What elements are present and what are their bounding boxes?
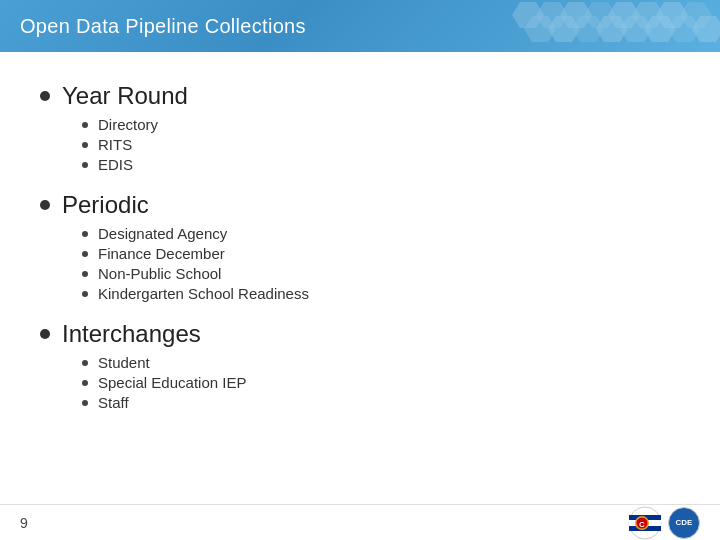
svg-text:C: C <box>639 520 645 529</box>
interchanges-label: Interchanges <box>62 320 201 348</box>
sub-label: Designated Agency <box>98 225 227 242</box>
sub-bullet <box>82 291 88 297</box>
sub-bullet <box>82 360 88 366</box>
sub-label: Student <box>98 354 150 371</box>
page-title: Open Data Pipeline Collections <box>20 15 306 38</box>
bullet-interchanges <box>40 329 50 339</box>
sub-bullet <box>82 162 88 168</box>
list-item: RITS <box>82 136 680 153</box>
sub-label: Staff <box>98 394 129 411</box>
year-round-label: Year Round <box>62 82 188 110</box>
page-number: 9 <box>20 515 28 531</box>
interchanges-section: Interchanges <box>40 320 680 348</box>
main-content: Year Round Directory RITS EDIS Periodic … <box>0 52 720 504</box>
list-item: EDIS <box>82 156 680 173</box>
sub-label: EDIS <box>98 156 133 173</box>
sub-bullet <box>82 122 88 128</box>
list-item: Special Education IEP <box>82 374 680 391</box>
logo-area: C CDE <box>628 506 700 540</box>
sub-label: Non-Public School <box>98 265 221 282</box>
sub-bullet <box>82 142 88 148</box>
list-item: Kindergarten School Readiness <box>82 285 680 302</box>
periodic-label: Periodic <box>62 191 149 219</box>
sub-bullet <box>82 231 88 237</box>
sub-label: Kindergarten School Readiness <box>98 285 309 302</box>
periodic-section: Periodic <box>40 191 680 219</box>
sub-label: Special Education IEP <box>98 374 246 391</box>
sub-bullet <box>82 271 88 277</box>
list-item: Student <box>82 354 680 371</box>
sub-bullet <box>82 380 88 386</box>
list-item: Finance December <box>82 245 680 262</box>
bullet-periodic <box>40 200 50 210</box>
footer: 9 C CDE <box>0 504 720 540</box>
list-item: Directory <box>82 116 680 133</box>
list-item: Designated Agency <box>82 225 680 242</box>
cde-logo: CDE <box>668 507 700 539</box>
list-item: Staff <box>82 394 680 411</box>
sub-label: Directory <box>98 116 158 133</box>
sub-label: RITS <box>98 136 132 153</box>
sub-bullet <box>82 251 88 257</box>
list-item: Non-Public School <box>82 265 680 282</box>
interchanges-list: Student Special Education IEP Staff <box>82 354 680 411</box>
bullet-year-round <box>40 91 50 101</box>
year-round-section: Year Round <box>40 82 680 110</box>
sub-label: Finance December <box>98 245 225 262</box>
header: Open Data Pipeline Collections <box>0 0 720 52</box>
sub-bullet <box>82 400 88 406</box>
colorado-logo: C <box>628 506 662 540</box>
year-round-list: Directory RITS EDIS <box>82 116 680 173</box>
periodic-list: Designated Agency Finance December Non-P… <box>82 225 680 302</box>
